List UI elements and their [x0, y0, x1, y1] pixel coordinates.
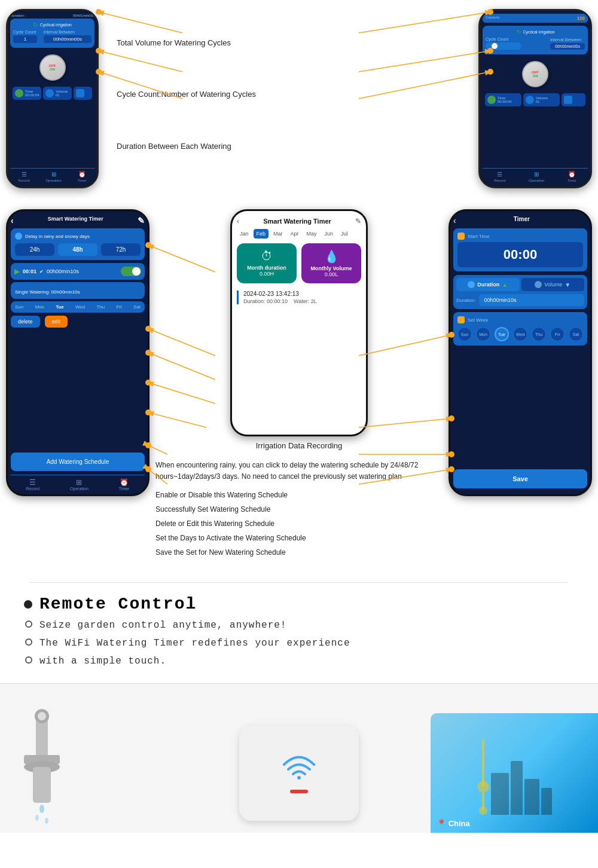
day-sat-rbp[interactable]: Sat	[569, 327, 583, 341]
rp-power-toggle[interactable]: OFF ON	[522, 61, 548, 87]
power-toggle[interactable]: OFF ON	[39, 54, 66, 81]
day-sun: Sun	[15, 304, 23, 310]
desc-bullet-1	[25, 621, 32, 628]
right-top-phone: Capacity: 120 ↻ Cyclical irrigation Cycl…	[478, 9, 592, 188]
set-week-label: Set Week	[468, 317, 489, 323]
middle-section: ‹ Smart Watering Timer ✎ Jan Feb Mar Apr…	[150, 209, 448, 561]
duration-tab[interactable]: Duration ▲	[456, 278, 520, 291]
day-thu-rbp[interactable]: Thu	[532, 327, 546, 341]
cyclical-card: ↻ Cyclical irrigation Cycle Count 1 Inte…	[10, 19, 94, 48]
rp-on-label: ON	[533, 74, 538, 78]
save-btn[interactable]: Save	[453, 469, 587, 488]
lbp-nav-operation[interactable]: ⊞ Operation	[70, 478, 89, 491]
lbp-nav-record[interactable]: ☰ Record	[26, 478, 40, 491]
record-date: 2024-02-23 13:42:13	[243, 291, 361, 297]
day-wed-rbp[interactable]: Wed	[513, 327, 527, 341]
edit-btn[interactable]: edit	[45, 316, 68, 328]
svg-point-40	[45, 818, 48, 824]
rbp-title: Timer	[514, 216, 530, 225]
cycle-label: ↻ Cyclical irrigation	[13, 22, 91, 28]
volume-tab[interactable]: Volume ▼	[521, 278, 585, 291]
rp-nav-operation[interactable]: ⊞ Operation	[529, 171, 544, 182]
duration-field-value: 00h00min10s	[479, 294, 584, 306]
rp-time-stat: Time 00:00:04	[485, 93, 521, 106]
delay-48-btn[interactable]: 48h	[58, 243, 97, 256]
rp-nav-timer[interactable]: ⏰ Timer	[568, 171, 576, 182]
add-schedule-btn[interactable]: Add Watering Schedule	[11, 453, 145, 471]
schedule-toggle[interactable]	[121, 267, 141, 276]
card1-title: Month duration	[243, 265, 291, 271]
duration-label: Duration:	[10, 14, 25, 17]
delete-btn[interactable]: delete	[11, 316, 40, 328]
remote-desc-1: Seize garden control anytime, anywhere!	[39, 618, 286, 634]
desc-row-2-text: The WiFi Watering Timer redefines your e…	[39, 636, 350, 652]
delay-card: Delay in rainy and snowy days 24h 48h 72…	[11, 228, 145, 260]
title-bullet	[24, 600, 32, 609]
remote-title-row: Remote Control	[24, 595, 574, 613]
desc-row-2: The WiFi Watering Timer redefines your e…	[24, 636, 574, 652]
dur-vol-tabs: Duration ▲ Volume ▼	[456, 278, 584, 291]
svg-point-42	[38, 712, 46, 720]
svg-rect-37	[33, 767, 51, 803]
day-fri-rbp[interactable]: Fri	[550, 327, 565, 341]
tab-mar[interactable]: Mar	[270, 229, 286, 239]
record-entry: 2024-02-23 13:42:13 Duration: 00:00:10 W…	[237, 291, 361, 304]
building-1	[491, 773, 509, 815]
day-sun-rbp[interactable]: Sun	[457, 327, 472, 341]
cycle-count-text: Cycle Count:Number of Watering Cycles	[117, 90, 256, 99]
left-top-phone: Duration: 00h01min00s ↻ Cyclical irrigat…	[6, 9, 99, 188]
cycle-count-label: Cycle Count	[13, 30, 37, 34]
remote-title: Remote Control	[39, 595, 197, 613]
record-phone: ‹ Smart Watering Timer ✎ Jan Feb Mar Apr…	[230, 209, 368, 436]
product-section: 📍 China	[0, 683, 598, 833]
day-tue-rbp[interactable]: Tue	[495, 327, 509, 341]
faucet-image	[0, 701, 108, 833]
rp-timer-stat	[562, 93, 585, 106]
rp-volume-value: 0L	[536, 100, 548, 103]
card2-value: 0.00L	[307, 271, 355, 277]
volume-stat: Volume 0L	[43, 87, 71, 100]
delay-72-btn[interactable]: 72h	[101, 243, 141, 256]
rp-cycle-count-label: Cycle Count	[486, 37, 521, 41]
building-2	[511, 761, 523, 815]
total-volume-annotation: Total Volume for Watering Cycles	[117, 38, 460, 47]
start-time-label: Start Time	[468, 234, 489, 239]
enable-disable-text: Enable or Disable this Watering Schedule	[155, 491, 288, 499]
lbp-nav-timer[interactable]: ⏰ Timer	[119, 478, 130, 491]
duration-field-label: Duration:	[456, 298, 475, 303]
duration-between-annotation: Duration Between Each Watering	[117, 142, 460, 151]
delay-24-btn[interactable]: 24h	[15, 243, 54, 256]
city-name: China	[448, 819, 470, 828]
duration-between-text: Duration Between Each Watering	[117, 142, 231, 151]
success-set-text: Successfully Set Watering Schedule	[155, 505, 270, 514]
tab-jun[interactable]: Jun	[322, 229, 337, 239]
rp-toggle-area: OFF ON	[483, 56, 588, 92]
day-mon: Mon	[35, 304, 44, 310]
month-tabs: Jan Feb Mar Apr May Jun Jul	[237, 229, 361, 239]
tab-apr[interactable]: Apr	[288, 229, 302, 239]
lbp-header: ‹ Smart Watering Timer ✎	[11, 215, 145, 228]
day-sat: Sat	[133, 304, 141, 310]
duration-card: ⏱ Month duration 0.00H	[237, 243, 297, 283]
hub-indicator	[290, 790, 308, 793]
rs-header: ‹ Smart Watering Timer ✎	[237, 217, 361, 225]
start-time-label-row: Start Time	[457, 233, 583, 240]
building-4	[541, 788, 552, 815]
nav-operation[interactable]: ⊞ Operation	[45, 171, 61, 182]
tab-may[interactable]: May	[304, 229, 320, 239]
record-water: Water: 2L	[294, 298, 317, 304]
nav-record[interactable]: ☰ Record	[18, 171, 29, 182]
rp-cycle-card: ↻ Cyclical irrigation Cycle Count Interv…	[483, 26, 588, 54]
tab-jan[interactable]: Jan	[237, 229, 252, 239]
capacity-row: Capacity: 120	[483, 14, 588, 23]
record-duration: Duration: 00:00:10	[243, 298, 288, 304]
rbp-header: ‹ Timer	[453, 215, 587, 228]
day-mon-rbp[interactable]: Mon	[476, 327, 490, 341]
nav-timer[interactable]: ⏰ Timer	[78, 171, 87, 182]
volume-value: 0L	[56, 93, 68, 97]
schedule-row: ▶ 00:01 ✔ 00h00min10s	[11, 263, 145, 280]
tab-feb[interactable]: Feb	[254, 229, 269, 239]
tab-jul[interactable]: Jul	[338, 229, 351, 239]
rp-nav-record[interactable]: ☰ Record	[494, 171, 505, 182]
rp-volume-stat: Volume 0L	[523, 93, 560, 106]
